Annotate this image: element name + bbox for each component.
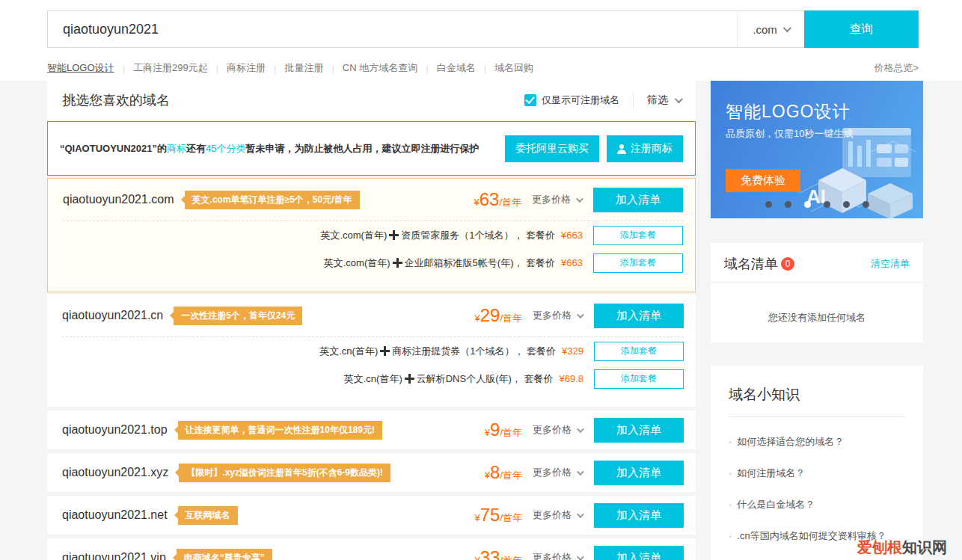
nav-link-premium[interactable]: 白金域名 — [437, 61, 476, 75]
domain-name: qiaotuoyun2021.vip — [62, 551, 166, 560]
chevron-down-icon — [577, 468, 584, 476]
logo-banner-title: 智能LOGO设计 — [726, 100, 850, 123]
domain-block-xyz: qiaotuoyun2021.xyz 【限时】.xyz溢价词注册首年5折(不含6… — [47, 453, 696, 492]
chevron-down-icon — [675, 95, 683, 103]
cart-title: 域名清单 — [724, 255, 778, 273]
price: ¥ 8 /首年 — [485, 464, 522, 482]
domain-block-com: qiaotuoyun2021.com 英文.com单笔订单注册≥5个，50元/首… — [47, 178, 696, 292]
more-price-dropdown[interactable]: 更多价格 — [533, 309, 582, 322]
chevron-down-icon — [577, 553, 584, 560]
plus-icon — [380, 346, 390, 356]
add-package-button[interactable]: 添加套餐 — [593, 226, 683, 245]
site-watermark: 爱刨根知识网 — [857, 538, 947, 558]
carousel-dots — [711, 201, 923, 208]
promo-badge: 让连接更简单，普通词一次性注册10年仅189元! — [178, 421, 382, 440]
promo-badge: 电商域名“尊贵专享” — [177, 549, 272, 560]
add-to-list-button[interactable]: 加入清单 — [594, 503, 684, 528]
registrable-only-checkbox[interactable] — [524, 94, 536, 106]
trademark-link[interactable]: 商标 — [167, 143, 186, 154]
add-package-button[interactable]: 添加套餐 — [594, 342, 684, 361]
add-to-list-button[interactable]: 加入清单 — [594, 304, 684, 328]
add-package-button[interactable]: 添加套餐 — [594, 369, 684, 389]
chevron-down-icon — [577, 425, 584, 433]
logo-banner-subtitle: 品质原创，仅需10秒一键生成 — [726, 127, 853, 141]
package-row: 英文.cn(首年) 云解析DNS个人版(年)， 套餐价 ¥69.8 添加套餐 — [47, 365, 696, 393]
package-price: ¥663 — [561, 257, 583, 268]
entrust-aliyun-buy-button[interactable]: 委托阿里云购买 — [505, 135, 599, 162]
plus-icon — [393, 258, 402, 268]
more-price-dropdown[interactable]: 更多价格 — [533, 466, 582, 479]
add-to-list-button[interactable]: 加入清单 — [594, 546, 684, 560]
price: ¥ 63 /首年 — [474, 191, 521, 209]
domain-row: qiaotuoyun2021.vip 电商域名“尊贵专享” ¥ 33 /首年 更… — [47, 538, 696, 560]
logo-design-banner[interactable]: 智能LOGO设计 品质原创，仅需10秒一键生成 AI 免费体验 — [711, 81, 923, 218]
chevron-down-icon — [577, 311, 584, 319]
tip-link[interactable]: 如何注册域名？ — [729, 467, 905, 480]
filter-zone: 仅显示可注册域名 筛选 — [524, 92, 681, 108]
price-overview-link[interactable]: 价格总览> — [874, 61, 919, 75]
domain-cart-panel: 域名清单 0 清空清单 您还没有添加任何域名 — [711, 243, 923, 342]
domain-name: qiaotuoyun2021.net — [62, 508, 168, 522]
top-search-bar: .com 查询 智能LOGO设计 | 工商注册299元起 | 商标注册 | 批量… — [0, 0, 962, 81]
cart-count-badge: 0 — [781, 257, 794, 271]
domain-name: qiaotuoyun2021.cn — [62, 309, 163, 322]
nav-link-buyback[interactable]: 域名回购 — [494, 61, 533, 75]
price: ¥ 29 /首年 — [474, 307, 522, 325]
more-price-dropdown[interactable]: 更多价格 — [533, 508, 582, 522]
promo-badge: 【限时】.xyz溢价词注册首年5折(不含6-9数品类)! — [179, 464, 390, 482]
add-to-list-button[interactable]: 加入清单 — [593, 188, 683, 212]
free-trial-button[interactable]: 免费体验 — [726, 169, 800, 192]
promo-badge: 互联网域名 — [178, 506, 238, 525]
search-input[interactable] — [48, 11, 737, 47]
domain-row: qiaotuoyun2021.net 互联网域名 ¥ 75 /首年 更多价格 加… — [47, 496, 696, 535]
tld-select[interactable]: .com — [737, 11, 804, 47]
domain-tips-panel: 域名小知识 如何选择适合您的域名？ 如何注册域名？ 什么是白金域名？ .cn等国… — [711, 366, 923, 560]
package-row: 英文.cn(首年) 商标注册提货券（1个域名）， 套餐价 ¥329 添加套餐 — [47, 337, 696, 365]
carousel-dot[interactable] — [785, 201, 791, 208]
tip-link[interactable]: 如何选择适合您的域名？ — [729, 435, 905, 449]
domain-block-vip: qiaotuoyun2021.vip 电商域名“尊贵专享” ¥ 33 /首年 更… — [47, 538, 696, 560]
domain-name: qiaotuoyun2021.com — [63, 193, 174, 206]
register-trademark-button[interactable]: 注册商标 — [607, 135, 683, 162]
more-price-dropdown[interactable]: 更多价格 — [533, 423, 582, 437]
nav-link-logo-design[interactable]: 智能LOGO设计 — [47, 61, 114, 75]
carousel-dot[interactable] — [843, 201, 850, 208]
trademark-classes-link[interactable]: 45个分类 — [206, 143, 245, 154]
list-header: 挑选您喜欢的域名 仅显示可注册域名 筛选 — [47, 81, 696, 120]
more-price-dropdown[interactable]: 更多价格 — [533, 551, 582, 560]
chevron-down-icon — [577, 511, 584, 518]
carousel-dot[interactable] — [824, 201, 830, 208]
divider — [729, 416, 905, 417]
package-row: 英文.com(首年) 资质管家服务（1个域名）， 套餐价 ¥663 添加套餐 — [48, 221, 695, 249]
plus-icon — [405, 374, 414, 384]
promo-badge: 英文.com单笔订单注册≥5个，50元/首年 — [185, 191, 360, 209]
domain-name: qiaotuoyun2021.top — [62, 423, 168, 437]
carousel-dot[interactable] — [863, 201, 869, 208]
domain-block-cn: qiaotuoyun2021.cn 一次性注册5个，首年仅24元 ¥ 29 /首… — [47, 295, 696, 407]
carousel-dot[interactable] — [765, 201, 772, 208]
tip-link[interactable]: 什么是白金域名？ — [729, 498, 905, 511]
domain-block-top: qiaotuoyun2021.top 让连接更简单，普通词一次性注册10年仅18… — [47, 410, 696, 449]
price: ¥ 33 /首年 — [474, 549, 522, 560]
tips-title: 域名小知识 — [729, 385, 905, 404]
page-title: 挑选您喜欢的域名 — [62, 91, 170, 109]
nav-link-trademark-reg[interactable]: 商标注册 — [227, 61, 266, 75]
promo-badge: 一次性注册5个，首年仅24元 — [174, 307, 302, 325]
nav-link-company-reg[interactable]: 工商注册299元起 — [133, 61, 208, 75]
search-button[interactable]: 查询 — [804, 10, 919, 48]
nav-link-cn-local[interactable]: CN 地方域名查询 — [343, 61, 417, 75]
filter-dropdown[interactable]: 筛选 — [647, 93, 681, 107]
domain-name: qiaotuoyun2021.xyz — [62, 466, 168, 479]
cart-header: 域名清单 0 清空清单 — [711, 243, 923, 282]
clear-cart-link[interactable]: 清空清单 — [871, 257, 910, 271]
more-price-dropdown[interactable]: 更多价格 — [532, 193, 581, 206]
package-price: ¥329 — [562, 345, 583, 357]
person-icon — [617, 144, 626, 153]
carousel-dot-active[interactable] — [804, 201, 811, 208]
nav-link-batch-reg[interactable]: 批量注册 — [284, 61, 323, 75]
add-package-button[interactable]: 添加套餐 — [593, 253, 683, 273]
add-to-list-button[interactable]: 加入清单 — [594, 461, 684, 485]
plus-icon — [389, 230, 399, 240]
add-to-list-button[interactable]: 加入清单 — [594, 418, 684, 443]
trademark-banner: “QIAOTUOYUN2021”的商标还有45个分类暂未申请，为防止被他人占用，… — [47, 121, 696, 176]
